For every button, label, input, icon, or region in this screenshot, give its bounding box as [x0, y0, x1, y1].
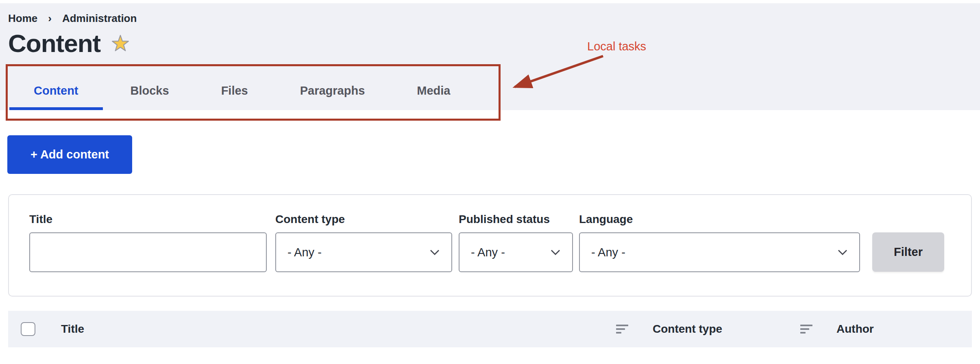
content-type-select-value: - Any -	[287, 246, 322, 259]
language-select[interactable]: - Any -	[579, 232, 860, 272]
breadcrumb-administration-link[interactable]: Administration	[62, 12, 137, 25]
content-type-select[interactable]: - Any -	[275, 232, 452, 272]
chevron-down-icon	[836, 246, 849, 258]
select-all-checkbox[interactable]	[21, 322, 35, 336]
chevron-right-icon: ›	[48, 12, 52, 25]
breadcrumb: Home › Administration	[8, 12, 137, 25]
add-content-button[interactable]: + Add content	[7, 135, 132, 174]
tab-media[interactable]: Media	[392, 72, 475, 110]
published-status-filter-label: Published status	[459, 213, 550, 226]
chevron-down-icon	[549, 246, 562, 258]
language-select-value: - Any -	[591, 246, 625, 259]
column-header-author[interactable]: Author	[836, 311, 874, 347]
sort-icon[interactable]	[800, 325, 813, 334]
tab-content[interactable]: Content	[9, 72, 103, 110]
breadcrumb-home-link[interactable]: Home	[8, 12, 37, 25]
page-title-row: Content	[8, 31, 130, 56]
language-filter-label: Language	[579, 213, 633, 226]
chevron-down-icon	[429, 246, 441, 258]
filter-submit-button[interactable]: Filter	[872, 232, 944, 272]
published-status-select[interactable]: - Any -	[459, 232, 573, 272]
star-icon[interactable]	[111, 35, 130, 52]
tab-paragraphs[interactable]: Paragraphs	[276, 72, 390, 110]
tab-files[interactable]: Files	[197, 72, 272, 110]
page-title: Content	[8, 31, 100, 56]
title-filter-input[interactable]	[29, 232, 267, 272]
annotation-label: Local tasks	[587, 40, 646, 53]
local-tasks-tabs: Content Blocks Files Paragraphs Media	[9, 72, 475, 110]
sort-icon[interactable]	[616, 325, 629, 334]
column-header-title[interactable]: Title	[61, 311, 84, 347]
filter-panel: Title Content type Published status Lang…	[8, 194, 972, 297]
tab-blocks[interactable]: Blocks	[106, 72, 194, 110]
title-filter-label: Title	[29, 213, 52, 226]
content-type-filter-label: Content type	[275, 213, 345, 226]
content-table-header-row: Title Content type Author	[8, 311, 972, 347]
column-header-content-type[interactable]: Content type	[653, 311, 722, 347]
published-status-select-value: - Any -	[471, 246, 505, 259]
